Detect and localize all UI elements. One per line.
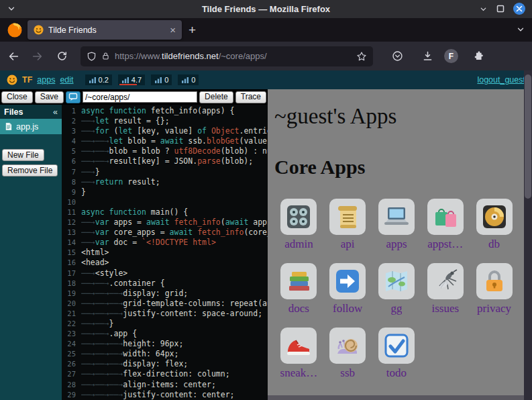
- bookmark-star-icon[interactable]: [356, 51, 367, 62]
- site-logo-text[interactable]: TF: [22, 75, 32, 85]
- code-line[interactable]: 2──→let result = {};: [62, 116, 268, 126]
- tab-whitespace-marker: ──→: [81, 177, 95, 187]
- maximize-button[interactable]: [496, 5, 504, 13]
- code-line[interactable]: 7──→}: [62, 167, 268, 177]
- new-file-button[interactable]: New File: [2, 149, 44, 161]
- code-line[interactable]: 6──→──→result[key] = JSON.parse(blob);: [62, 156, 268, 166]
- list-all-tabs-chevron-icon[interactable]: [516, 25, 525, 34]
- code-line[interactable]: 25──→──→──→width: 64px;: [62, 349, 268, 359]
- toggle-output-button[interactable]: [66, 91, 81, 103]
- app-follow[interactable]: follow: [325, 263, 370, 315]
- collapse-sidebar-button[interactable]: «: [53, 107, 58, 117]
- close-button[interactable]: [513, 3, 525, 15]
- new-tab-button[interactable]: +: [189, 23, 196, 36]
- line-number: 3: [62, 126, 76, 136]
- forward-button[interactable]: [27, 47, 48, 66]
- code-line[interactable]: 21──→──→──→justify-content: space-around…: [62, 309, 268, 319]
- url-text[interactable]: https://www.tildefriends.net/~core/apps/: [115, 51, 352, 61]
- code-line[interactable]: 4──→──→let blob = await ssb.blobGet(valu…: [62, 136, 268, 146]
- close-file-button[interactable]: Close: [1, 91, 33, 103]
- app-admin[interactable]: admin: [276, 199, 321, 251]
- code-line[interactable]: 3──→for (let [key, value] of Object.entr…: [62, 126, 268, 136]
- app-docs[interactable]: docs: [276, 263, 321, 315]
- code-line[interactable]: 29──→──→──→justify-content: center;: [62, 390, 268, 400]
- code-line[interactable]: 18──→──→.container {: [62, 279, 268, 289]
- extensions-puzzle-icon[interactable]: [467, 47, 488, 66]
- code-line[interactable]: 24──→──→──→height: 96px;: [62, 339, 268, 349]
- firefox-logo-icon[interactable]: [7, 22, 23, 38]
- laptop-icon: [378, 199, 415, 235]
- site-logo-smiley-icon[interactable]: [7, 74, 17, 85]
- code-line[interactable]: 14──→var doc = `<!DOCTYPE html>: [62, 238, 268, 248]
- remove-file-button[interactable]: Remove File: [2, 164, 58, 177]
- reload-button[interactable]: [51, 47, 72, 66]
- minimize-button[interactable]: [479, 5, 488, 13]
- sidebar-buttons: New File Remove File: [0, 149, 62, 177]
- file-icon: [4, 122, 13, 131]
- tracking-protection-shield-icon[interactable]: [87, 51, 97, 62]
- app-gg[interactable]: gg: [374, 263, 419, 315]
- nav-link-apps[interactable]: apps: [37, 75, 55, 85]
- app-path-input[interactable]: [83, 91, 197, 103]
- code-line[interactable]: 22──→──→}: [62, 319, 268, 329]
- titlebar-chevron-down-icon[interactable]: [7, 4, 16, 13]
- code-line[interactable]: 16<head>: [62, 258, 268, 268]
- code-line[interactable]: 17──→<style>: [62, 268, 268, 279]
- code-editor[interactable]: 1async function fetch_info(apps) {2──→le…: [62, 105, 268, 400]
- trace-button[interactable]: Trace: [235, 91, 266, 103]
- horizontal-scrollbar[interactable]: [268, 395, 524, 400]
- code-line[interactable]: 28──→──→──→align-items: center;: [62, 380, 268, 390]
- code-line[interactable]: 19──→──→──→display: grid;: [62, 289, 268, 299]
- app-api[interactable]: api: [325, 199, 370, 251]
- code-line[interactable]: 13──→var core_apps = await fetch_info(co…: [62, 228, 268, 238]
- pocket-icon[interactable]: [386, 47, 408, 66]
- tab-close-icon[interactable]: ×: [170, 25, 176, 35]
- code-line[interactable]: 8──→return result;: [62, 177, 268, 187]
- tab-tilde-friends[interactable]: Tilde Friends ×: [28, 20, 182, 40]
- app-sneak[interactable]: sneak…: [276, 328, 321, 380]
- code-line[interactable]: 1async function fetch_info(apps) {: [62, 106, 268, 116]
- code-line[interactable]: 11async function main() {: [62, 207, 268, 217]
- line-number: 2: [62, 116, 76, 126]
- vertical-scrollbar[interactable]: [524, 70, 532, 400]
- code-line[interactable]: 10: [62, 197, 268, 207]
- lock-icon[interactable]: [101, 51, 110, 61]
- tab-whitespace-marker: ──→: [81, 289, 95, 298]
- code-line[interactable]: 5──→──→blob = blob ? utf8Decode(blob) : …: [62, 146, 268, 156]
- file-item-appjs[interactable]: app.js: [0, 119, 62, 134]
- app-label: api: [341, 238, 355, 251]
- code-line[interactable]: 12──→var apps = await fetch_info(await a…: [62, 217, 268, 228]
- lock-icon: [476, 263, 513, 299]
- logout-guest-link[interactable]: logout_guest: [477, 75, 525, 85]
- code-line[interactable]: 26──→──→──→display: flex;: [62, 359, 268, 369]
- app-apps[interactable]: apps: [374, 199, 419, 251]
- scrollbar-thumb[interactable]: [525, 74, 531, 199]
- url-bar[interactable]: https://www.tildefriends.net/~core/apps/: [81, 46, 373, 66]
- stat-meter: 0: [151, 74, 172, 85]
- app-appst[interactable]: appst…: [423, 199, 468, 251]
- back-button[interactable]: [3, 47, 24, 66]
- line-number: 27: [62, 369, 76, 379]
- line-number: 20: [62, 299, 76, 309]
- tab-whitespace-marker: ──→: [81, 359, 95, 368]
- line-number: 4: [62, 136, 76, 146]
- app-ssb[interactable]: ssb: [325, 328, 370, 380]
- code-line[interactable]: 9}: [62, 187, 268, 197]
- code-line[interactable]: 20──→──→──→grid-template-columns: repeat…: [62, 299, 268, 309]
- code-line[interactable]: 23──→──→.app {: [62, 329, 268, 339]
- downloads-icon[interactable]: [417, 47, 438, 66]
- code-line[interactable]: 27──→──→──→flex-direction: column;: [62, 369, 268, 379]
- stat-meter: 4.7: [118, 74, 145, 85]
- app-privacy[interactable]: privacy: [472, 263, 517, 315]
- tab-whitespace-marker: ──→: [81, 369, 95, 379]
- app-todo[interactable]: todo: [374, 328, 419, 380]
- account-avatar[interactable]: F: [444, 49, 458, 63]
- app-db[interactable]: db: [472, 199, 517, 251]
- save-button[interactable]: Save: [35, 91, 64, 103]
- line-number: 19: [62, 289, 76, 299]
- code-line[interactable]: 15<html>: [62, 248, 268, 258]
- line-number: 17: [62, 268, 76, 279]
- app-issues[interactable]: issues: [423, 263, 468, 315]
- nav-link-edit[interactable]: edit: [60, 75, 73, 85]
- delete-button[interactable]: Delete: [199, 91, 233, 103]
